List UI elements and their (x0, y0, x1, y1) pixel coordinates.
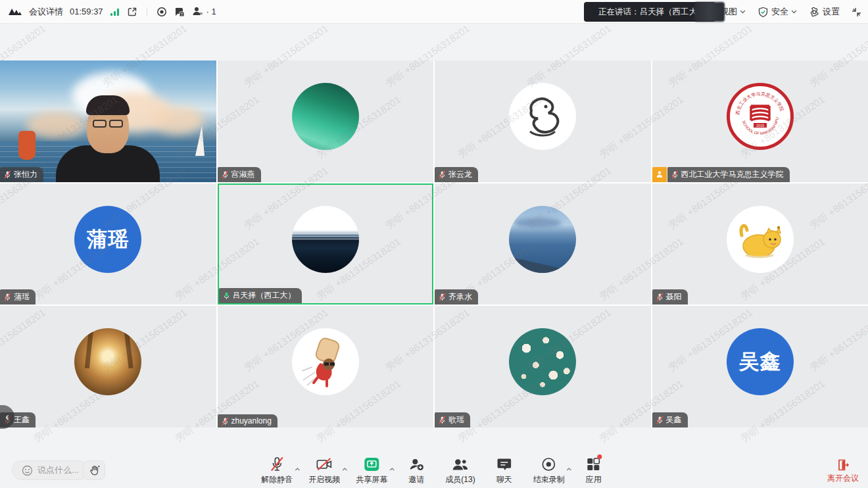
muted-mic-icon (222, 417, 229, 426)
participant-grid: 张恒力 宫淑燕 张云龙 西北工业大 (0, 61, 868, 427)
security-label: 安全 (771, 6, 788, 18)
muted-mic-icon (671, 170, 679, 179)
avatar (727, 206, 794, 273)
chevron-down-icon (791, 10, 797, 14)
toolbar-center-group: 解除静音 开启视频 共享屏幕 邀请 成员(13) 聊天 结束录制 (261, 456, 606, 485)
participant-tile-wangxin[interactable]: 王鑫 (0, 306, 216, 427)
share-options-caret[interactable] (389, 462, 395, 474)
participant-tile-geyao[interactable]: 歌瑶 (435, 306, 651, 427)
chat-placeholder: 说点什么... (37, 464, 79, 476)
participant-tile-zhanghengli[interactable]: 张恒力 (0, 61, 216, 182)
cat-drawing-art (733, 212, 788, 267)
svg-text:2015: 2015 (756, 124, 764, 128)
participant-tile-school[interactable]: 西北工业大学马克思主义学院 SCHOOL OF MARXISM NPU 2015… (652, 61, 868, 182)
popout-window-icon[interactable] (127, 7, 137, 17)
unmute-options-caret[interactable] (295, 462, 300, 474)
bottom-toolbar: 说点什么... 解除静音 开启视频 共享屏幕 邀请 成员(13) (0, 452, 868, 488)
muted-mic-icon (656, 416, 663, 424)
name-tag: 聂阳 (652, 289, 688, 305)
participant-tile-lvtianze-active-speaker[interactable]: 吕天择（西工大） (218, 183, 434, 305)
participant-name: zhuyanlong (231, 416, 272, 426)
participant-tile-zhangyunlong[interactable]: 张云龙 (435, 61, 651, 182)
participant-tile-qichengshui[interactable]: 齐承水 (435, 183, 651, 305)
name-tag: zhuyanlong (218, 414, 277, 427)
security-menu[interactable]: 安全 (758, 6, 797, 18)
participant-tile-wuxin[interactable]: 吴鑫 吴鑫 (652, 306, 868, 427)
observer-count[interactable]: · 1 (192, 7, 216, 16)
members-button[interactable]: 成员(13) (445, 456, 475, 485)
apps-notification-dot (598, 454, 602, 459)
muted-mic-icon (656, 293, 663, 301)
participant-name: 张云龙 (448, 169, 472, 180)
chat-button[interactable]: 聊天 (491, 456, 518, 485)
name-tag: 吕天择（西工大） (219, 288, 302, 303)
avatar (509, 206, 576, 273)
invite-person-icon (408, 457, 424, 472)
avatar (509, 328, 576, 395)
meeting-timer: 01:59:37 (70, 7, 103, 16)
leave-door-icon (836, 458, 850, 472)
video-feed (0, 61, 216, 182)
avatar: 西北工业大学马克思主义学院 SCHOOL OF MARXISM NPU 2015 (727, 83, 794, 150)
share-screen-button[interactable]: 共享屏幕 (356, 456, 387, 485)
ink-sketch-art (517, 91, 568, 142)
host-person-icon (656, 170, 663, 178)
toast-blur-region (694, 2, 725, 22)
invite-button[interactable]: 邀请 (403, 456, 429, 485)
leave-meeting-button[interactable]: 离开会议 (827, 458, 859, 484)
apps-button[interactable]: 应用 (581, 456, 607, 485)
settings-button[interactable]: 设置 (809, 6, 840, 18)
name-tag: 张云龙 (435, 167, 478, 182)
gear-icon (809, 7, 820, 18)
host-badge (652, 167, 667, 182)
participant-name: 宫淑燕 (231, 169, 255, 180)
muted-mic-icon (4, 170, 11, 179)
recording-options-caret[interactable] (567, 462, 572, 474)
participant-name: 吕天择（西工大） (233, 290, 296, 301)
cartoon-art (298, 334, 353, 389)
person-hair (86, 95, 130, 115)
recording-status-icon[interactable] (157, 7, 167, 17)
collapse-layout-icon[interactable] (852, 7, 861, 17)
name-tag: 歌瑶 (435, 412, 470, 427)
name-tag: 吴鑫 (652, 412, 688, 427)
participant-tile-zhuyanlong[interactable]: zhuyanlong (218, 306, 434, 427)
participant-tile-gongshuyan[interactable]: 宫淑燕 (218, 61, 434, 182)
observer-count-label: · 1 (206, 7, 216, 16)
buoy-art (18, 131, 36, 160)
apps-grid-icon (587, 457, 601, 472)
video-options-caret[interactable] (342, 462, 347, 474)
name-tag: 张恒力 (0, 167, 43, 182)
avatar-initials: 吴鑫 (739, 348, 781, 376)
name-tag: 蒲瑶 (0, 289, 36, 305)
participant-name: 聂阳 (666, 291, 682, 303)
muted-mic-icon (222, 170, 229, 179)
avatar (292, 328, 359, 395)
avatar: 蒲瑶 (74, 206, 141, 273)
live-mic-icon (223, 291, 230, 300)
active-speaker-toast: 正在讲话：吕天择（西工大）； (584, 2, 715, 22)
members-icon (452, 457, 469, 472)
settings-label: 设置 (823, 6, 840, 18)
muted-mic-icon (4, 293, 11, 301)
name-tag: 西北工业大学马克思主义学院 (652, 167, 790, 182)
stop-recording-button[interactable]: 结束录制 (533, 456, 565, 485)
person-glasses (91, 120, 125, 128)
quick-chat-input[interactable]: 说点什么... (12, 460, 89, 480)
participant-name: 歌瑶 (448, 414, 464, 426)
school-logo-art: 西北工业大学马克思主义学院 SCHOOL OF MARXISM NPU 2015 (730, 86, 790, 147)
unmute-button[interactable]: 解除静音 (261, 456, 293, 485)
start-video-button[interactable]: 开启视频 (308, 456, 340, 485)
avatar (74, 328, 141, 395)
muted-mic-icon (439, 416, 446, 424)
meeting-details-link[interactable]: 会议详情 (29, 6, 63, 18)
muted-mic-icon (439, 293, 446, 301)
raise-hand-button[interactable] (83, 460, 105, 480)
avatar (292, 83, 359, 150)
participant-tile-nieyang[interactable]: 聂阳 (652, 183, 868, 305)
avatar (292, 206, 359, 273)
participant-tile-puyao[interactable]: 蒲瑶 蒲瑶 (0, 183, 216, 305)
header-divider (147, 7, 147, 16)
muted-mic-icon (439, 170, 446, 179)
transcription-icon[interactable]: T (174, 7, 185, 17)
